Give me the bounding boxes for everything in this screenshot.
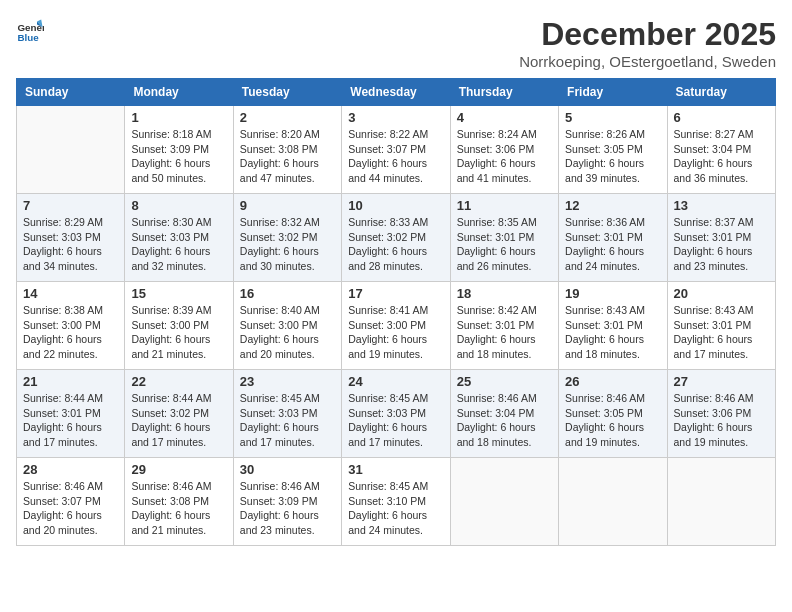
day-number: 16: [240, 286, 335, 301]
header-cell-monday: Monday: [125, 79, 233, 106]
day-info: Sunrise: 8:30 AM Sunset: 3:03 PM Dayligh…: [131, 215, 226, 274]
day-info: Sunrise: 8:46 AM Sunset: 3:05 PM Dayligh…: [565, 391, 660, 450]
day-number: 17: [348, 286, 443, 301]
calendar-cell: 20Sunrise: 8:43 AM Sunset: 3:01 PM Dayli…: [667, 282, 775, 370]
day-number: 30: [240, 462, 335, 477]
calendar-cell: 16Sunrise: 8:40 AM Sunset: 3:00 PM Dayli…: [233, 282, 341, 370]
logo: General Blue: [16, 16, 44, 44]
day-info: Sunrise: 8:22 AM Sunset: 3:07 PM Dayligh…: [348, 127, 443, 186]
header-cell-tuesday: Tuesday: [233, 79, 341, 106]
calendar-cell: 10Sunrise: 8:33 AM Sunset: 3:02 PM Dayli…: [342, 194, 450, 282]
day-number: 26: [565, 374, 660, 389]
calendar-cell: 21Sunrise: 8:44 AM Sunset: 3:01 PM Dayli…: [17, 370, 125, 458]
calendar-cell: 12Sunrise: 8:36 AM Sunset: 3:01 PM Dayli…: [559, 194, 667, 282]
calendar-cell: 26Sunrise: 8:46 AM Sunset: 3:05 PM Dayli…: [559, 370, 667, 458]
calendar-header-row: SundayMondayTuesdayWednesdayThursdayFrid…: [17, 79, 776, 106]
day-info: Sunrise: 8:46 AM Sunset: 3:07 PM Dayligh…: [23, 479, 118, 538]
calendar-cell: 2Sunrise: 8:20 AM Sunset: 3:08 PM Daylig…: [233, 106, 341, 194]
day-info: Sunrise: 8:43 AM Sunset: 3:01 PM Dayligh…: [674, 303, 769, 362]
day-info: Sunrise: 8:44 AM Sunset: 3:01 PM Dayligh…: [23, 391, 118, 450]
day-number: 9: [240, 198, 335, 213]
calendar-cell: 25Sunrise: 8:46 AM Sunset: 3:04 PM Dayli…: [450, 370, 558, 458]
calendar-table: SundayMondayTuesdayWednesdayThursdayFrid…: [16, 78, 776, 546]
day-info: Sunrise: 8:40 AM Sunset: 3:00 PM Dayligh…: [240, 303, 335, 362]
calendar-week-row: 28Sunrise: 8:46 AM Sunset: 3:07 PM Dayli…: [17, 458, 776, 546]
calendar-cell: 18Sunrise: 8:42 AM Sunset: 3:01 PM Dayli…: [450, 282, 558, 370]
svg-text:Blue: Blue: [17, 32, 39, 43]
calendar-cell: [667, 458, 775, 546]
calendar-cell: 5Sunrise: 8:26 AM Sunset: 3:05 PM Daylig…: [559, 106, 667, 194]
header-cell-thursday: Thursday: [450, 79, 558, 106]
header-cell-friday: Friday: [559, 79, 667, 106]
day-info: Sunrise: 8:35 AM Sunset: 3:01 PM Dayligh…: [457, 215, 552, 274]
calendar-week-row: 1Sunrise: 8:18 AM Sunset: 3:09 PM Daylig…: [17, 106, 776, 194]
day-number: 7: [23, 198, 118, 213]
day-info: Sunrise: 8:20 AM Sunset: 3:08 PM Dayligh…: [240, 127, 335, 186]
day-info: Sunrise: 8:46 AM Sunset: 3:06 PM Dayligh…: [674, 391, 769, 450]
calendar-cell: 22Sunrise: 8:44 AM Sunset: 3:02 PM Dayli…: [125, 370, 233, 458]
day-number: 22: [131, 374, 226, 389]
calendar-cell: 28Sunrise: 8:46 AM Sunset: 3:07 PM Dayli…: [17, 458, 125, 546]
day-info: Sunrise: 8:33 AM Sunset: 3:02 PM Dayligh…: [348, 215, 443, 274]
calendar-cell: 24Sunrise: 8:45 AM Sunset: 3:03 PM Dayli…: [342, 370, 450, 458]
calendar-cell: 6Sunrise: 8:27 AM Sunset: 3:04 PM Daylig…: [667, 106, 775, 194]
calendar-cell: 29Sunrise: 8:46 AM Sunset: 3:08 PM Dayli…: [125, 458, 233, 546]
calendar-cell: [559, 458, 667, 546]
calendar-cell: 1Sunrise: 8:18 AM Sunset: 3:09 PM Daylig…: [125, 106, 233, 194]
day-info: Sunrise: 8:45 AM Sunset: 3:10 PM Dayligh…: [348, 479, 443, 538]
calendar-cell: 8Sunrise: 8:30 AM Sunset: 3:03 PM Daylig…: [125, 194, 233, 282]
calendar-body: 1Sunrise: 8:18 AM Sunset: 3:09 PM Daylig…: [17, 106, 776, 546]
day-number: 6: [674, 110, 769, 125]
day-number: 13: [674, 198, 769, 213]
day-number: 20: [674, 286, 769, 301]
calendar-week-row: 21Sunrise: 8:44 AM Sunset: 3:01 PM Dayli…: [17, 370, 776, 458]
calendar-cell: 9Sunrise: 8:32 AM Sunset: 3:02 PM Daylig…: [233, 194, 341, 282]
calendar-cell: 31Sunrise: 8:45 AM Sunset: 3:10 PM Dayli…: [342, 458, 450, 546]
page-header: General Blue December 2025 Norrkoeping, …: [16, 16, 776, 70]
day-number: 29: [131, 462, 226, 477]
day-info: Sunrise: 8:36 AM Sunset: 3:01 PM Dayligh…: [565, 215, 660, 274]
day-info: Sunrise: 8:24 AM Sunset: 3:06 PM Dayligh…: [457, 127, 552, 186]
day-info: Sunrise: 8:44 AM Sunset: 3:02 PM Dayligh…: [131, 391, 226, 450]
day-info: Sunrise: 8:46 AM Sunset: 3:04 PM Dayligh…: [457, 391, 552, 450]
title-area: December 2025 Norrkoeping, OEstergoetlan…: [519, 16, 776, 70]
calendar-cell: 11Sunrise: 8:35 AM Sunset: 3:01 PM Dayli…: [450, 194, 558, 282]
calendar-cell: 23Sunrise: 8:45 AM Sunset: 3:03 PM Dayli…: [233, 370, 341, 458]
header-cell-sunday: Sunday: [17, 79, 125, 106]
day-number: 12: [565, 198, 660, 213]
day-info: Sunrise: 8:45 AM Sunset: 3:03 PM Dayligh…: [240, 391, 335, 450]
calendar-cell: 27Sunrise: 8:46 AM Sunset: 3:06 PM Dayli…: [667, 370, 775, 458]
day-info: Sunrise: 8:18 AM Sunset: 3:09 PM Dayligh…: [131, 127, 226, 186]
calendar-week-row: 7Sunrise: 8:29 AM Sunset: 3:03 PM Daylig…: [17, 194, 776, 282]
day-number: 18: [457, 286, 552, 301]
day-info: Sunrise: 8:39 AM Sunset: 3:00 PM Dayligh…: [131, 303, 226, 362]
day-info: Sunrise: 8:27 AM Sunset: 3:04 PM Dayligh…: [674, 127, 769, 186]
day-info: Sunrise: 8:29 AM Sunset: 3:03 PM Dayligh…: [23, 215, 118, 274]
day-number: 27: [674, 374, 769, 389]
day-info: Sunrise: 8:41 AM Sunset: 3:00 PM Dayligh…: [348, 303, 443, 362]
day-number: 25: [457, 374, 552, 389]
day-number: 2: [240, 110, 335, 125]
calendar-cell: 13Sunrise: 8:37 AM Sunset: 3:01 PM Dayli…: [667, 194, 775, 282]
day-number: 8: [131, 198, 226, 213]
day-info: Sunrise: 8:42 AM Sunset: 3:01 PM Dayligh…: [457, 303, 552, 362]
day-info: Sunrise: 8:37 AM Sunset: 3:01 PM Dayligh…: [674, 215, 769, 274]
day-number: 10: [348, 198, 443, 213]
calendar-cell: 17Sunrise: 8:41 AM Sunset: 3:00 PM Dayli…: [342, 282, 450, 370]
day-number: 14: [23, 286, 118, 301]
location-title: Norrkoeping, OEstergoetland, Sweden: [519, 53, 776, 70]
calendar-cell: 15Sunrise: 8:39 AM Sunset: 3:00 PM Dayli…: [125, 282, 233, 370]
calendar-cell: 14Sunrise: 8:38 AM Sunset: 3:00 PM Dayli…: [17, 282, 125, 370]
day-number: 5: [565, 110, 660, 125]
day-number: 19: [565, 286, 660, 301]
day-number: 1: [131, 110, 226, 125]
day-number: 15: [131, 286, 226, 301]
day-number: 11: [457, 198, 552, 213]
day-info: Sunrise: 8:43 AM Sunset: 3:01 PM Dayligh…: [565, 303, 660, 362]
day-info: Sunrise: 8:32 AM Sunset: 3:02 PM Dayligh…: [240, 215, 335, 274]
day-number: 4: [457, 110, 552, 125]
logo-icon: General Blue: [16, 16, 44, 44]
header-cell-saturday: Saturday: [667, 79, 775, 106]
day-number: 31: [348, 462, 443, 477]
day-info: Sunrise: 8:46 AM Sunset: 3:08 PM Dayligh…: [131, 479, 226, 538]
